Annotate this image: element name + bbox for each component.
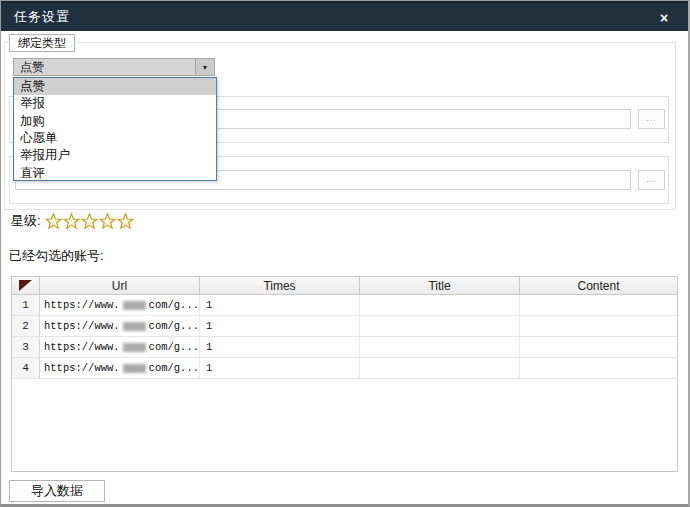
title-bar: 任务设置 × [1, 1, 688, 31]
dropdown-item-like[interactable]: 点赞 [14, 78, 216, 95]
row-number[interactable]: 3 [12, 337, 40, 357]
close-icon[interactable]: × [652, 3, 676, 33]
redacted-domain [123, 322, 146, 331]
title-cell [360, 358, 520, 378]
dropdown-item-wishlist[interactable]: 心愿单 [14, 130, 216, 147]
content-cell [520, 316, 677, 336]
times-cell: 1 [200, 358, 360, 378]
star-icon[interactable] [45, 213, 62, 229]
content-cell [520, 337, 677, 357]
times-cell: 1 [200, 295, 360, 315]
table-row[interactable]: 4 https://www.com/g... 1 [12, 358, 677, 379]
url-cell: https://www.com/g... [40, 295, 200, 315]
accounts-table: Url Times Title Content 1 https://www.co… [11, 276, 678, 472]
dropdown-item-report-user[interactable]: 举报用户 [14, 147, 216, 164]
url-cell: https://www.com/g... [40, 316, 200, 336]
content-cell [520, 295, 677, 315]
select-all-corner[interactable] [12, 277, 40, 294]
checked-accounts-label: 已经勾选的账号: [9, 247, 104, 265]
binding-type-combobox[interactable]: 点赞 ▼ [13, 58, 215, 76]
dropdown-item-direct-review[interactable]: 直评 [14, 164, 216, 181]
dropdown-item-add-to-cart[interactable]: 加购 [14, 113, 216, 130]
star-rating: 星级: [11, 211, 135, 231]
corner-triangle-icon [19, 280, 32, 291]
star-icon[interactable] [99, 213, 116, 229]
combobox-dropdown-button[interactable]: ▼ [195, 59, 214, 75]
redacted-domain [123, 343, 146, 352]
column-header-title[interactable]: Title [360, 277, 520, 294]
dialog-title: 任务设置 [1, 8, 70, 26]
browse-button-2[interactable]: ... [638, 170, 665, 190]
chevron-down-icon: ▼ [202, 64, 209, 71]
star-icon[interactable] [63, 213, 80, 229]
redacted-domain [123, 301, 146, 310]
row-number[interactable]: 1 [12, 295, 40, 315]
title-cell [360, 316, 520, 336]
content-cell [520, 358, 677, 378]
table-row[interactable]: 2 https://www.com/g... 1 [12, 316, 677, 337]
table-header-row: Url Times Title Content [12, 277, 677, 295]
title-cell [360, 337, 520, 357]
binding-type-dropdown-list: 点赞 举报 加购 心愿单 举报用户 直评 [13, 77, 217, 181]
table-row[interactable]: 1 https://www.com/g... 1 [12, 295, 677, 316]
star-rating-label: 星级: [11, 212, 41, 230]
title-cell [360, 295, 520, 315]
browse-button-1[interactable]: ... [638, 109, 665, 129]
task-settings-dialog: 任务设置 × 绑定类型 点赞 ▼ 点赞 举报 加购 心愿单 举报用户 直评 ..… [0, 0, 690, 507]
url-cell: https://www.com/g... [40, 337, 200, 357]
import-data-button[interactable]: 导入数据 [9, 480, 105, 502]
times-cell: 1 [200, 316, 360, 336]
star-icon[interactable] [81, 213, 98, 229]
row-number[interactable]: 4 [12, 358, 40, 378]
combobox-value: 点赞 [14, 59, 195, 75]
binding-type-label: 绑定类型 [9, 34, 75, 52]
star-icon[interactable] [117, 213, 134, 229]
redacted-domain [123, 364, 146, 373]
times-cell: 1 [200, 337, 360, 357]
column-header-times[interactable]: Times [200, 277, 360, 294]
row-number[interactable]: 2 [12, 316, 40, 336]
table-row[interactable]: 3 https://www.com/g... 1 [12, 337, 677, 358]
column-header-content[interactable]: Content [520, 277, 677, 294]
column-header-url[interactable]: Url [40, 277, 200, 294]
url-cell: https://www.com/g... [40, 358, 200, 378]
dropdown-item-report[interactable]: 举报 [14, 95, 216, 112]
